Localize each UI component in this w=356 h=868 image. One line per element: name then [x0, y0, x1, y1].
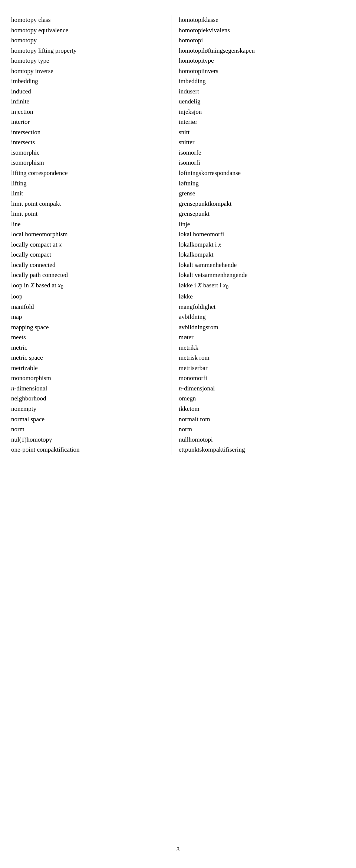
right-term: løftningskorrespondanse [179, 168, 345, 178]
left-term: meets [11, 332, 167, 343]
right-term: grensepunkt [179, 209, 345, 219]
right-term: metrikk [179, 343, 345, 353]
glossary-table: homotopy classhomotopy equivalencehomoto… [11, 15, 345, 455]
left-term: local homeomorphism [11, 229, 167, 240]
left-term: mapping space [11, 322, 167, 333]
right-term: injeksjon [179, 107, 345, 117]
right-term: løkke i X basert i x0 [179, 280, 345, 291]
page-number: 3 [177, 846, 180, 853]
right-term: monomorfi [179, 373, 345, 383]
right-term: homotopiklasse [179, 15, 345, 25]
right-term: snitter [179, 137, 345, 148]
left-term: induced [11, 86, 167, 97]
left-term: n-dimensional [11, 383, 167, 394]
right-term: løftning [179, 178, 345, 189]
left-term: homotopy class [11, 15, 167, 25]
right-term: homotopiekvivalens [179, 25, 345, 36]
left-term: one-point compaktification [11, 445, 167, 455]
left-term: line [11, 219, 167, 230]
right-term: imbedding [179, 76, 345, 86]
left-term: locally compact [11, 250, 167, 260]
right-term: grense [179, 188, 345, 199]
left-term: intersection [11, 127, 167, 138]
left-term: isomorphism [11, 158, 167, 168]
right-term: homotopiinvers [179, 66, 345, 76]
left-term: locally connected [11, 260, 167, 270]
right-term: homotopitype [179, 56, 345, 66]
right-term: mangfoldighet [179, 302, 345, 312]
left-term: neighborhood [11, 393, 167, 404]
right-term: lokalt sammenhehende [179, 260, 345, 270]
left-term: limit point compakt [11, 199, 167, 209]
right-term: avbildningsrom [179, 322, 345, 333]
right-term: ikketom [179, 404, 345, 414]
right-term: møter [179, 332, 345, 343]
left-term: nul(1)homotopy [11, 435, 167, 445]
left-term: homotopy type [11, 56, 167, 66]
right-term: lokalkompakt [179, 250, 345, 260]
left-term: lifting [11, 178, 167, 189]
left-term: isomorphic [11, 148, 167, 158]
left-term: imbedding [11, 76, 167, 86]
left-term: locally compact at x [11, 240, 167, 250]
left-term: loop in X based at x0 [11, 280, 167, 291]
left-term: map [11, 312, 167, 322]
page-container: homotopy classhomotopy equivalencehomoto… [0, 0, 356, 868]
left-term: locally path connected [11, 270, 167, 280]
right-term: omegn [179, 393, 345, 404]
left-term: intersects [11, 137, 167, 148]
right-term: isomorfe [179, 148, 345, 158]
left-term: metric space [11, 353, 167, 363]
right-term: homotopi [179, 35, 345, 46]
left-term: homotopy lifting property [11, 46, 167, 56]
left-term: loop [11, 291, 167, 302]
left-term: homotopy [11, 35, 167, 46]
left-term: normal space [11, 414, 167, 425]
right-term: n-dimensjonal [179, 383, 345, 394]
right-column: homotopiklassehomotopiekvivalenshomotopi… [171, 15, 345, 455]
right-term: homotopiløftningsegenskapen [179, 46, 345, 56]
right-term: indusert [179, 86, 345, 97]
left-term: manifold [11, 302, 167, 312]
right-term: interiør [179, 117, 345, 127]
left-term: infinite [11, 96, 167, 107]
left-term: norm [11, 424, 167, 435]
right-term: lokal homeomorfi [179, 229, 345, 240]
right-term: norm [179, 424, 345, 435]
left-term: interior [11, 117, 167, 127]
right-term: avbildning [179, 312, 345, 322]
right-term: metrisk rom [179, 353, 345, 363]
left-term: homtopy inverse [11, 66, 167, 76]
left-term: lifting correspondence [11, 168, 167, 178]
right-term: lokalkompakt i x [179, 240, 345, 250]
left-term: limit point [11, 209, 167, 219]
right-term: ettpunktskompaktifisering [179, 445, 345, 455]
left-term: injection [11, 107, 167, 117]
left-column: homotopy classhomotopy equivalencehomoto… [11, 15, 171, 455]
right-term: uendelig [179, 96, 345, 107]
right-term: snitt [179, 127, 345, 138]
right-term: lokalt veisammenhengende [179, 270, 345, 280]
left-term: limit [11, 188, 167, 199]
right-term: grensepunktkompakt [179, 199, 345, 209]
left-term: metric [11, 343, 167, 353]
right-term: isomorfi [179, 158, 345, 168]
left-term: metrizable [11, 363, 167, 373]
left-term: nonempty [11, 404, 167, 414]
right-term: metriserbar [179, 363, 345, 373]
right-term: løkke [179, 291, 345, 302]
right-term: linje [179, 219, 345, 230]
left-term: homotopy equivalence [11, 25, 167, 36]
right-term: normalt rom [179, 414, 345, 425]
left-term: monomorphism [11, 373, 167, 383]
right-term: nullhomotopi [179, 435, 345, 445]
